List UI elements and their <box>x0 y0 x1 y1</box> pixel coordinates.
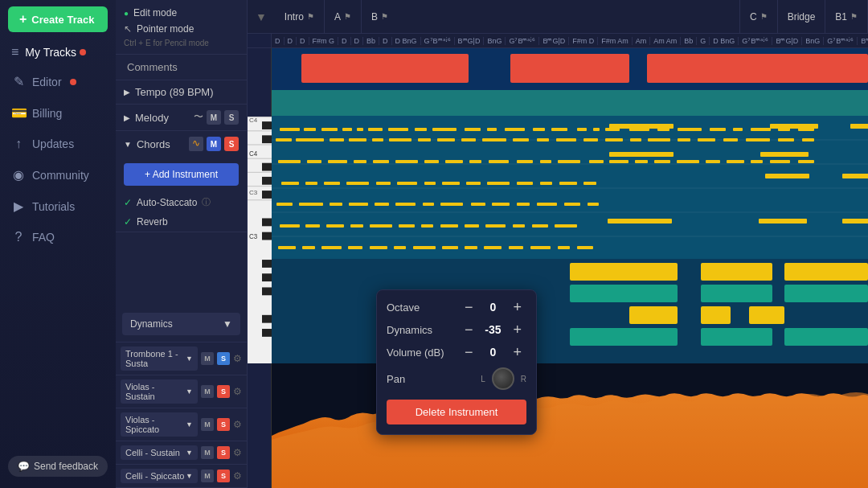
section-a[interactable]: A ⚑ <box>325 0 362 33</box>
svg-rect-124 <box>276 203 293 206</box>
celli-spiccato-settings-icon[interactable]: ⚙ <box>233 470 242 482</box>
melody-header[interactable]: ▶ Melody 〜 M S <box>116 105 247 130</box>
add-instrument-button[interactable]: + Add Instrument <box>124 163 239 186</box>
trombone-mute-button[interactable]: M <box>201 352 214 365</box>
volume-row: Volume (dB) − 0 + <box>387 345 526 359</box>
trombone-solo-button[interactable]: S <box>217 352 230 365</box>
violas-spiccato-settings-icon[interactable]: ⚙ <box>233 419 242 430</box>
celli-spiccato-solo-button[interactable]: S <box>217 470 230 482</box>
section-b1[interactable]: B1 ⚑ <box>825 0 868 33</box>
dynamics-minus-button[interactable]: − <box>460 322 478 337</box>
svg-rect-100 <box>654 160 670 163</box>
svg-rect-138 <box>280 224 300 228</box>
sidebar-item-tutorials[interactable]: ▶ Tutorials <box>0 191 116 222</box>
volume-plus-button[interactable]: + <box>508 345 526 359</box>
svg-rect-87 <box>354 160 366 163</box>
melody-solo-button[interactable]: S <box>224 110 239 125</box>
celli-sustain-mute-button[interactable]: M <box>201 446 214 459</box>
violas-spiccato-label[interactable]: Violas - Spiccato ▼ <box>121 412 198 437</box>
chords-solo-button[interactable]: S <box>224 137 239 151</box>
svg-rect-149 <box>532 224 548 228</box>
celli-sustain-solo-button[interactable]: S <box>217 446 230 459</box>
volume-minus-button[interactable]: − <box>460 345 478 359</box>
updates-icon: ↑ <box>11 137 26 151</box>
melody-label: Melody <box>135 112 169 124</box>
svg-rect-53 <box>609 124 674 129</box>
dynamics-dropdown[interactable]: Dynamics ▼ <box>122 313 240 335</box>
pan-knob[interactable] <box>492 367 514 390</box>
melody-wave-icon[interactable]: 〜 <box>194 110 203 125</box>
melody-section: ▶ Melody 〜 M S <box>116 105 247 131</box>
celli-spiccato-mute-button[interactable]: M <box>201 470 214 482</box>
chords-header[interactable]: ▼ Chords ∿ M S <box>116 131 247 157</box>
chords-mute-button[interactable]: M <box>207 137 221 151</box>
svg-rect-161 <box>370 246 387 249</box>
sidebar-item-updates[interactable]: ↑ Updates <box>0 129 116 159</box>
melody-track-bg <box>272 48 868 90</box>
melody-block-2 <box>510 54 629 83</box>
trombone-label[interactable]: Trombone 1 - Susta ▼ <box>121 347 198 371</box>
svg-rect-133 <box>492 203 510 206</box>
comments-button[interactable]: Comments <box>116 55 247 80</box>
dynamics-dropdown-label: Dynamics <box>130 318 173 330</box>
violas-spiccato-solo-button[interactable]: S <box>217 418 230 431</box>
celli-spiccato-label[interactable]: Celli - Spiccato ▼ <box>121 469 198 483</box>
sidebar-item-editor[interactable]: ✎ Editor <box>0 66 116 97</box>
svg-rect-142 <box>370 224 392 228</box>
menu-toggle[interactable]: ≡ My Tracks <box>0 39 116 66</box>
intro-pin: ⚑ <box>307 12 314 21</box>
delete-instrument-button[interactable]: Delete Instrument <box>387 400 526 424</box>
svg-rect-55 <box>850 124 868 129</box>
svg-rect-92 <box>469 160 481 163</box>
pointer-mode-item[interactable]: ↖ Pointer mode <box>124 21 239 37</box>
section-intro[interactable]: Intro ⚑ <box>275 0 325 33</box>
violas-sustain-settings-icon[interactable]: ⚙ <box>233 386 242 397</box>
svg-rect-170 <box>577 246 593 249</box>
chord-amam: Am Am <box>650 37 681 45</box>
svg-rect-62 <box>349 138 366 141</box>
svg-rect-144 <box>421 224 433 228</box>
violas-sustain-solo-button[interactable]: S <box>217 385 230 398</box>
dynamics-plus-button[interactable]: + <box>508 322 526 337</box>
svg-rect-32 <box>357 128 363 131</box>
chords-arp-icon[interactable]: ∿ <box>189 137 203 151</box>
edit-mode-item[interactable]: ● Edit mode <box>124 5 239 21</box>
celli-sustain-label[interactable]: Celli - Sustain ▼ <box>121 445 198 460</box>
violas-sustain-mute-button[interactable]: M <box>201 385 214 398</box>
create-track-button[interactable]: Create Track <box>8 6 108 32</box>
sidebar-item-faq[interactable]: ? FAQ <box>0 222 116 252</box>
section-bridge[interactable]: Bridge <box>778 0 826 33</box>
svg-rect-63 <box>372 138 383 141</box>
section-c[interactable]: C ⚑ <box>740 0 778 33</box>
svg-rect-131 <box>440 203 463 206</box>
section-b[interactable]: B ⚑ <box>362 0 740 33</box>
sidebar-item-billing[interactable]: 💳 Billing <box>0 97 116 129</box>
send-feedback-button[interactable]: 💬 Send feedback <box>8 456 108 477</box>
violas-sustain-label[interactable]: Violas - Sustain ▼ <box>121 379 198 404</box>
sidebar-item-community[interactable]: ◉ Community <box>0 159 116 191</box>
track-canvas[interactable]: C4 C3 C4 C3 <box>248 48 868 488</box>
trombone-settings-icon[interactable]: ⚙ <box>233 353 242 364</box>
edit-mode-dot: ● <box>124 9 129 18</box>
auto-staccato-info[interactable]: ⓘ <box>202 196 211 208</box>
melody-mute-button[interactable]: M <box>207 110 221 125</box>
svg-rect-126 <box>330 203 342 206</box>
octave-plus-button[interactable]: + <box>508 300 526 314</box>
svg-rect-118 <box>466 182 481 185</box>
celli-sustain-settings-icon[interactable]: ⚙ <box>233 447 242 458</box>
svg-rect-49 <box>733 128 743 131</box>
celli-sustain-arrow: ▼ <box>186 449 193 457</box>
svg-rect-64 <box>389 138 411 141</box>
chord-g73: G⁷Bᵐᵃʲ⁶ <box>739 37 772 45</box>
violas-spiccato-mute-button[interactable]: M <box>201 418 214 431</box>
svg-rect-130 <box>423 203 434 206</box>
chord-d5: D <box>351 37 364 45</box>
violas-sustain-block-1 <box>570 285 678 302</box>
violas-sustain-block-3 <box>784 285 868 302</box>
tempo-header[interactable]: ▶ Tempo (89 BPM) <box>116 80 247 104</box>
svg-rect-5 <box>248 172 272 173</box>
svg-rect-43 <box>593 128 600 131</box>
chords-arrow: ▼ <box>124 140 132 149</box>
svg-rect-67 <box>461 138 476 141</box>
octave-minus-button[interactable]: − <box>460 300 478 314</box>
